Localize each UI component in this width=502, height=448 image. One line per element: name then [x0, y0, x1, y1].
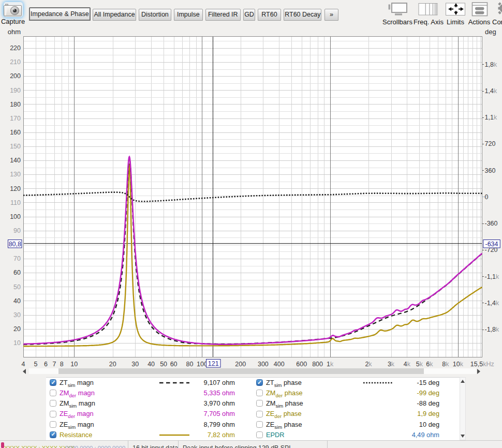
svg-text:220: 220	[10, 44, 21, 52]
svg-text:70: 70	[13, 255, 21, 262]
svg-text:140: 140	[10, 157, 21, 164]
svg-text:5: 5	[34, 361, 37, 368]
svg-text:300: 300	[258, 361, 269, 368]
svg-text:80,8: 80,8	[9, 241, 21, 248]
svg-text:10: 10	[70, 361, 78, 368]
svg-text:1k: 1k	[327, 361, 334, 368]
svg-text:360: 360	[485, 167, 496, 174]
svg-text:60: 60	[170, 361, 178, 368]
svg-text:160: 160	[10, 129, 21, 136]
svg-text:200: 200	[10, 72, 21, 80]
svg-text:121: 121	[208, 360, 219, 367]
svg-text:40: 40	[147, 361, 155, 368]
svg-text:120: 120	[10, 185, 21, 192]
svg-text:-360: -360	[485, 220, 498, 227]
svg-text:1,8k: 1,8k	[485, 61, 497, 68]
svg-text:80: 80	[186, 361, 194, 368]
svg-text:150: 150	[10, 143, 21, 150]
svg-text:800: 800	[312, 361, 323, 368]
svg-text:720: 720	[485, 140, 496, 147]
svg-text:10k: 10k	[453, 361, 464, 368]
svg-text:7: 7	[53, 361, 56, 368]
svg-text:-1,8k: -1,8k	[485, 326, 500, 333]
svg-text:2k: 2k	[365, 361, 372, 368]
svg-text:20: 20	[109, 361, 116, 368]
svg-text:0: 0	[485, 193, 489, 201]
svg-text:180: 180	[10, 101, 21, 108]
svg-text:5k: 5k	[416, 361, 423, 368]
svg-text:170: 170	[10, 115, 21, 122]
svg-text:90: 90	[13, 227, 21, 234]
svg-text:30: 30	[13, 311, 21, 319]
svg-text:-634: -634	[485, 241, 498, 248]
svg-text:-1,4k: -1,4k	[485, 300, 500, 307]
svg-text:4: 4	[21, 361, 25, 368]
svg-text:60: 60	[13, 269, 21, 276]
svg-text:3k: 3k	[388, 361, 395, 368]
svg-text:50: 50	[13, 283, 21, 291]
svg-text:190: 190	[10, 87, 21, 94]
svg-text:6k: 6k	[426, 361, 433, 368]
svg-text:30: 30	[131, 361, 139, 368]
svg-text:8k: 8k	[442, 361, 449, 368]
svg-text:15,5kHz: 15,5kHz	[470, 361, 494, 368]
svg-text:20: 20	[13, 325, 21, 333]
svg-text:110: 110	[10, 199, 21, 206]
svg-text:1,4k: 1,4k	[485, 87, 497, 95]
svg-text:40: 40	[13, 297, 21, 305]
svg-text:1,1k: 1,1k	[485, 114, 497, 121]
svg-text:600: 600	[296, 361, 307, 368]
svg-text:10: 10	[13, 339, 21, 347]
svg-text:200: 200	[235, 361, 246, 368]
svg-text:6: 6	[44, 361, 48, 368]
svg-text:210: 210	[10, 58, 21, 66]
svg-text:4k: 4k	[404, 361, 411, 368]
svg-text:deg: deg	[485, 28, 496, 36]
svg-text:-1,1k: -1,1k	[485, 273, 500, 280]
svg-text:8: 8	[60, 361, 64, 368]
svg-text:100: 100	[197, 361, 208, 368]
svg-text:400: 400	[274, 361, 285, 368]
svg-text:50: 50	[160, 361, 167, 368]
svg-text:130: 130	[10, 171, 21, 178]
svg-text:ohm: ohm	[8, 28, 21, 36]
svg-text:100: 100	[10, 213, 21, 220]
